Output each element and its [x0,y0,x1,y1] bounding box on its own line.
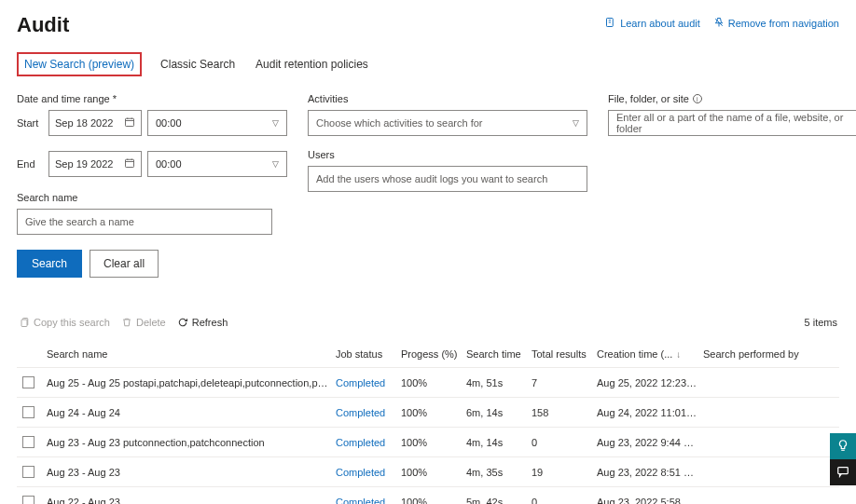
col-search-time[interactable]: Search time [466,348,532,360]
row-job-status[interactable]: Completed [336,497,401,505]
refresh-icon [177,317,188,328]
row-progress: 100% [401,437,466,448]
info-icon[interactable]: i [693,94,702,103]
book-icon [605,17,616,30]
col-performed-by[interactable]: Search performed by [703,348,834,360]
chevron-down-icon: ▽ [573,118,579,128]
chevron-down-icon: ▽ [272,159,279,169]
row-progress: 100% [401,377,466,388]
row-total-results: 0 [532,437,597,448]
row-search-time: 4m, 35s [466,467,532,478]
copy-search-button[interactable]: Copy this search [19,317,110,328]
learn-link-label: Learn about audit [620,18,700,29]
end-time-picker[interactable]: 00:00 ▽ [147,151,287,177]
col-progress[interactable]: Progess (%) [401,348,466,360]
row-total-results: 7 [532,377,597,388]
trash-icon [121,317,132,328]
svg-rect-13 [21,320,27,327]
table-row[interactable]: Aug 22 - Aug 23Completed100%5m, 42s0Aug … [17,486,839,504]
row-job-status[interactable]: Completed [336,377,401,388]
row-checkbox[interactable] [22,436,35,448]
file-label: File, folder, or site i [608,93,856,104]
delete-button[interactable]: Delete [121,317,166,328]
col-creation-label: Creation time (... [597,348,672,360]
chat-button[interactable] [830,459,856,485]
start-time-picker[interactable]: 00:00 ▽ [147,110,287,136]
learn-about-audit-link[interactable]: Learn about audit [605,17,700,30]
svg-rect-5 [126,118,134,126]
row-creation-time: Aug 23, 2022 8:51 … [597,467,703,478]
start-date-picker[interactable]: Sep 18 2022 [48,110,142,136]
start-time-value: 00:00 [156,117,182,129]
row-search-name[interactable]: Aug 22 - Aug 23 [47,497,336,505]
table-row[interactable]: Aug 23 - Aug 23Completed100%4m, 35s19Aug… [17,456,839,486]
file-label-text: File, folder, or site [608,93,689,104]
row-checkbox[interactable] [22,376,35,388]
row-search-time: 4m, 14s [466,437,532,448]
feedback-button[interactable] [830,433,856,459]
end-date-value: Sep 19 2022 [55,158,113,170]
file-input[interactable]: Enter all or a part of the name of a fil… [608,110,856,136]
row-checkbox[interactable] [22,466,35,478]
row-search-time: 4m, 51s [466,377,532,388]
row-search-time: 5m, 42s [466,497,532,505]
row-creation-time: Aug 23, 2022 5:58 … [597,497,703,505]
search-button[interactable]: Search [17,250,82,278]
tab-retention-policies[interactable]: Audit retention policies [254,52,370,76]
date-range-label: Date and time range * [17,93,287,104]
start-label: Start [17,117,43,129]
row-total-results: 19 [532,467,597,478]
row-total-results: 0 [532,497,597,505]
search-name-input[interactable]: Give the search a name [17,209,272,235]
tab-new-search[interactable]: New Search (preview) [17,52,142,76]
end-time-value: 00:00 [156,158,182,170]
clear-all-button[interactable]: Clear all [90,250,159,278]
row-search-name[interactable]: Aug 23 - Aug 23 [47,467,336,478]
row-creation-time: Aug 24, 2022 11:01… [597,407,703,418]
row-job-status[interactable]: Completed [336,467,401,478]
row-job-status[interactable]: Completed [336,407,401,418]
results-count: 5 items [805,317,837,328]
unpin-icon [713,17,725,30]
row-search-name[interactable]: Aug 23 - Aug 23 putconnection,patchconne… [47,437,336,448]
table-row[interactable]: Aug 25 - Aug 25 postapi,patchapi,deletea… [17,367,839,397]
activities-placeholder: Choose which activities to search for [316,117,483,129]
remove-link-label: Remove from navigation [728,18,839,29]
col-job-status[interactable]: Job status [336,348,401,360]
col-creation-time[interactable]: Creation time (... ↓ [597,348,703,360]
row-search-name[interactable]: Aug 25 - Aug 25 postapi,patchapi,deletea… [47,377,336,388]
lightbulb-icon [836,439,849,455]
refresh-button[interactable]: Refresh [177,317,228,328]
users-label: Users [308,149,587,160]
delete-label: Delete [136,317,166,328]
row-search-name[interactable]: Aug 24 - Aug 24 [47,407,336,418]
table-row[interactable]: Aug 23 - Aug 23 putconnection,patchconne… [17,427,839,456]
remove-from-nav-link[interactable]: Remove from navigation [713,17,839,30]
chat-icon [836,465,849,481]
calendar-icon [124,116,135,129]
col-total-results[interactable]: Total results [532,348,597,360]
activities-select[interactable]: Choose which activities to search for ▽ [308,110,587,136]
table-row[interactable]: Aug 24 - Aug 24Completed100%6m, 14s158Au… [17,397,839,427]
row-total-results: 158 [532,407,597,418]
row-creation-time: Aug 23, 2022 9:44 … [597,437,703,448]
row-job-status[interactable]: Completed [336,437,401,448]
svg-rect-15 [838,467,849,473]
row-creation-time: Aug 25, 2022 12:23… [597,377,703,388]
row-progress: 100% [401,497,466,505]
users-input[interactable]: Add the users whose audit logs you want … [308,166,587,192]
col-search-name[interactable]: Search name [47,348,336,360]
row-checkbox[interactable] [22,496,35,504]
activities-label: Activities [308,93,587,104]
row-checkbox[interactable] [22,406,35,418]
end-date-picker[interactable]: Sep 19 2022 [48,151,142,177]
tab-classic-search[interactable]: Classic Search [159,52,237,76]
search-name-placeholder: Give the search a name [25,216,134,227]
copy-search-label: Copy this search [34,317,110,328]
search-name-label: Search name [17,192,287,203]
row-progress: 100% [401,467,466,478]
copy-icon [19,317,30,328]
end-label: End [17,158,43,170]
sort-down-icon: ↓ [676,349,681,360]
chevron-down-icon: ▽ [272,118,279,128]
